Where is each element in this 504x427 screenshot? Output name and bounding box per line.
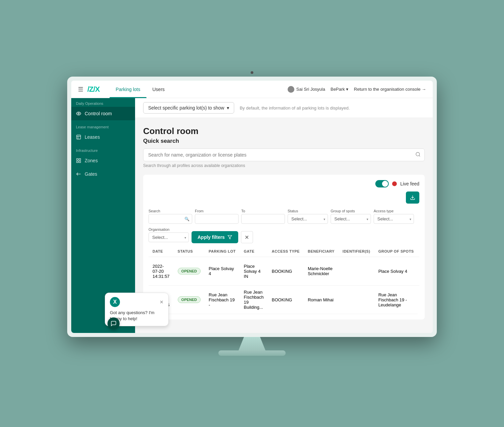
- chat-widget-header: X ✕: [110, 297, 164, 307]
- top-navigation: ☰ /Z/X Parking lots Users Sai Sri Josyul…: [71, 81, 433, 98]
- status-badge: OPENED: [178, 268, 201, 274]
- nav-org[interactable]: BePark ▾: [331, 87, 349, 92]
- parking-selector-label: Select specific parking lot(s) to show: [148, 105, 224, 111]
- col-group-spots: GROUP OF SPOTS: [374, 246, 418, 257]
- live-feed-toggle[interactable]: [375, 180, 389, 187]
- cell-access-f: Place Solv... Budget - 2...: [418, 257, 419, 286]
- filter-group-spots-group: Group of spots Select... ▾: [331, 209, 371, 224]
- filter-organisation-select[interactable]: Select...: [149, 232, 189, 242]
- svg-rect-5: [79, 159, 81, 160]
- clear-filters-button[interactable]: ✕: [241, 231, 253, 243]
- filter-row: Search 🔍 From 2022/07/19: [149, 209, 419, 243]
- chat-icon: [111, 321, 117, 327]
- col-status: STATUS: [174, 246, 205, 257]
- section-title: Quick search: [143, 138, 425, 144]
- filter-status-select[interactable]: Select...: [288, 214, 328, 224]
- filter-search-label: Search: [149, 209, 192, 213]
- sidebar-section-daily: Daily Operations: [71, 98, 135, 107]
- cell-identifiers: [339, 286, 374, 314]
- filter-from-group: From 2022/07/19: [195, 209, 239, 224]
- table-row: 2022-07-20 14:31:55 OPENED Rue Jean Fisc…: [149, 286, 419, 314]
- sidebar-item-control-room[interactable]: Control room: [71, 107, 135, 120]
- col-beneficiary: BENEFICIARY: [304, 246, 339, 257]
- filter-access-type-label: Access type: [374, 209, 414, 213]
- nav-return[interactable]: Return to the organisation console →: [354, 87, 426, 92]
- cell-gate: Rue Jean Fischbach 19 Building...: [240, 286, 268, 314]
- filter-access-type-group: Access type Select... ▾: [374, 209, 414, 224]
- sidebar-item-label-leases: Leases: [85, 134, 100, 140]
- filter-search-group: Search 🔍: [149, 209, 192, 224]
- table-header: DATE STATUS PARKING LOT GATE ACCESS TYPE…: [149, 246, 419, 257]
- sidebar-item-label-gates: Gates: [85, 171, 97, 177]
- download-button[interactable]: [406, 191, 419, 204]
- apply-filters-button[interactable]: Apply filters: [192, 231, 238, 243]
- live-feed-label: Live feed: [400, 181, 419, 186]
- tab-parking-lots[interactable]: Parking lots: [110, 81, 146, 98]
- cell-identifiers: [339, 257, 374, 286]
- monitor-stand: [67, 337, 437, 356]
- sidebar-item-gates[interactable]: Gates: [71, 167, 135, 181]
- cell-status: OPENED: [174, 257, 205, 286]
- col-identifiers: IDENTIFIER(S): [339, 246, 374, 257]
- filter-access-type-select[interactable]: Select...: [374, 214, 414, 224]
- cell-beneficiary: Marie-Noelle Schmickler: [304, 257, 339, 286]
- parking-selector-hint: By default, the information of all parki…: [240, 105, 349, 111]
- filter-from-input[interactable]: 2022/07/19: [195, 214, 239, 224]
- filter-group-spots-wrapper: Select... ▾: [331, 214, 371, 224]
- sidebar-item-zones[interactable]: Zones: [71, 154, 135, 167]
- nav-user: Sai Sri Josyula: [288, 86, 325, 93]
- cell-beneficiary: Roman Mihai: [304, 286, 339, 314]
- sidebar-item-leases[interactable]: Leases: [71, 130, 135, 144]
- col-gate: GATE: [240, 246, 268, 257]
- main-content: Select specific parking lot(s) to show ▾…: [135, 98, 433, 333]
- chat-close-button[interactable]: ✕: [160, 299, 164, 305]
- svg-rect-1: [77, 135, 81, 139]
- cell-gate: Place Solvay 4 IN: [240, 257, 268, 286]
- nav-username: Sai Sri Josyula: [296, 87, 325, 92]
- cell-parking-lot: Place Solvay 4: [205, 257, 240, 286]
- user-avatar-icon: [288, 86, 294, 93]
- quick-search-input[interactable]: [143, 148, 425, 161]
- col-date: DATE: [149, 246, 174, 257]
- svg-rect-4: [77, 159, 78, 160]
- sidebar-section-infra: Infrastructure: [71, 145, 135, 154]
- cell-date: 2022-07-20 14:31:57: [149, 257, 174, 286]
- live-feed-area: Live feed Search: [143, 175, 425, 319]
- chat-bubble-button[interactable]: [108, 317, 120, 330]
- filter-status-wrapper: Select... ▾: [288, 214, 328, 224]
- filter-to-group: To: [241, 209, 285, 224]
- quick-search-button[interactable]: [415, 152, 421, 158]
- cell-group-spots: Place Solvay 4: [374, 257, 418, 286]
- parking-lot-selector[interactable]: Select specific parking lot(s) to show ▾: [143, 102, 234, 114]
- svg-point-9: [416, 153, 420, 156]
- close-icon: ✕: [245, 234, 249, 241]
- search-icon: [415, 152, 421, 157]
- col-parking-lot: PARKING LOT: [205, 246, 240, 257]
- filter-to-input[interactable]: [241, 214, 285, 224]
- sidebar-item-label-zones: Zones: [85, 158, 98, 163]
- table-header-row: DATE STATUS PARKING LOT GATE ACCESS TYPE…: [149, 246, 419, 257]
- eye-icon: [76, 111, 81, 116]
- tab-users[interactable]: Users: [146, 81, 171, 98]
- svg-marker-12: [228, 236, 232, 239]
- filter-from-label: From: [195, 209, 239, 213]
- content-area: Control room Quick search Search through…: [135, 118, 433, 333]
- nav-right: Sai Sri Josyula BePark ▾ Return to the o…: [288, 86, 426, 93]
- chat-logo: X: [110, 297, 120, 307]
- hamburger-icon[interactable]: ☰: [78, 86, 83, 93]
- cell-parking-lot: Rue Jean Fischbach 19 -: [205, 286, 240, 314]
- filter-access-type-wrapper: Select... ▾: [374, 214, 414, 224]
- sidebar-item-label-control-room: Control room: [85, 111, 112, 116]
- search-hint: Search through all profiles across avail…: [143, 163, 425, 168]
- stand-base: [218, 350, 286, 356]
- filter-to-label: To: [241, 209, 285, 213]
- filter-status-label: Status: [288, 209, 328, 213]
- cell-access-f: Book - Jea Fischbach...: [418, 286, 419, 314]
- sidebar-section-lease: Lease management: [71, 122, 135, 130]
- filter-group-spots-select[interactable]: Select...: [331, 214, 371, 224]
- filter-organisation-label: Organisation: [149, 227, 189, 231]
- cell-access-type: BOOKING: [268, 257, 304, 286]
- status-badge: OPENED: [178, 296, 201, 303]
- stand-neck: [239, 337, 265, 350]
- grid-icon: [76, 158, 81, 163]
